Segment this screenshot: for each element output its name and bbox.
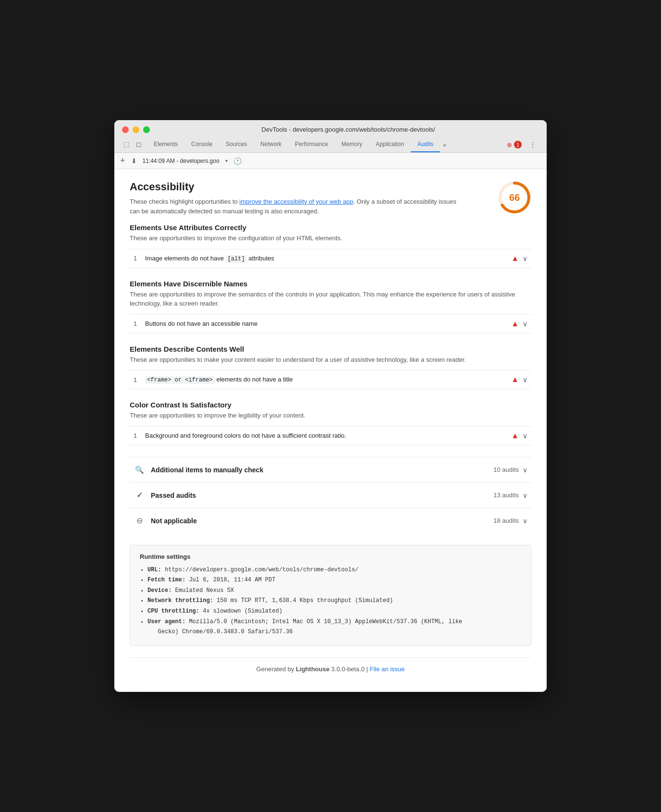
runtime-url: URL: https://developers.google.com/web/t… [147,565,521,576]
search-icon: 🔍 [134,464,145,476]
secondary-toolbar: + ⬇ 11:44:09 AM - developers.goo ▾ 🕐 [114,153,547,169]
runtime-device: Device: Emulated Nexus 5X [147,586,521,596]
section-elements-attributes: Elements Use Attributes Correctly These … [130,223,531,268]
footer: Generated by Lighthouse 3.0.0-beta.0 | F… [130,657,531,680]
desc-pre: These checks highlight opportunities to [130,198,239,205]
close-button[interactable] [122,126,129,133]
devtools-tabs: ⬚ ◻ Elements Console Sources Network Per… [122,137,539,152]
tab-sources[interactable]: Sources [219,137,254,152]
chevron-down-icon-button: ∨ [523,320,527,328]
runtime-user-agent: User agent: Mozilla/5.0 (Macintosh; Inte… [147,617,521,638]
audit-item-alt[interactable]: 1 Image elements do not have [alt] attri… [130,249,531,268]
more-options-button[interactable]: ⋮ [526,137,539,152]
collapsible-additional[interactable]: 🔍 Additional items to manually check 10 … [130,457,531,482]
audit-item-iframe[interactable]: 1 <frame> or <iframe> elements do not ha… [130,370,531,389]
dropdown-arrow[interactable]: ▾ [225,158,228,163]
code-alt: [alt] [226,255,247,263]
collapsible-not-applicable[interactable]: ⊖ Not applicable 18 audits ∨ [130,508,531,533]
section-discernible-names: Elements Have Discernible Names These ar… [130,280,531,333]
tab-memory[interactable]: Memory [335,137,369,152]
section-title-names: Elements Have Discernible Names [130,280,531,288]
tab-console[interactable]: Console [184,137,219,152]
audit-num-contrast: 1 [134,432,145,439]
main-content: Accessibility These checks highlight opp… [114,169,547,692]
audit-text-iframe: <frame> or <iframe> elements do not have… [145,376,511,383]
section-color-contrast: Color Contrast Is Satisfactory These are… [130,401,531,445]
audit-text-button: Buttons do not have an accessible name [145,320,511,327]
add-icon[interactable]: + [120,156,125,166]
section-describe-contents: Elements Describe Contents Well These ar… [130,345,531,390]
tab-performance[interactable]: Performance [288,137,335,152]
audit-text-alt: Image elements do not have [alt] attribu… [145,255,511,262]
warning-icon-button: ▲ [511,320,519,328]
minimize-button[interactable] [133,126,139,133]
code-iframe: <frame> or <iframe> [145,376,215,384]
section-desc-names: These are opportunities to improve the s… [130,290,531,308]
chevron-down-icon-contrast: ∨ [523,432,527,440]
footer-version: 3.0.0-beta.0 [330,665,365,673]
audit-num-iframe: 1 [134,376,145,383]
chevron-down-not-applicable: ∨ [523,517,527,525]
accessibility-info: Accessibility These checks highlight opp… [130,181,456,216]
maximize-button[interactable] [143,126,150,133]
minus-circle-icon: ⊖ [134,515,145,527]
chevron-down-icon: ∨ [523,255,527,262]
tab-elements[interactable]: Elements [147,137,184,152]
runtime-cpu: CPU throttling: 4x slowdown (Simulated) [147,606,521,617]
chevron-down-additional: ∨ [523,466,527,474]
title-bar: DevTools - developers.google.com/web/too… [114,120,547,153]
section-desc-attributes: These are opportunities to improve the c… [130,234,531,243]
accessibility-header: Accessibility These checks highlight opp… [130,181,531,216]
score-number: 66 [509,192,520,203]
checkmark-icon: ✓ [134,490,145,501]
section-title-attributes: Elements Use Attributes Correctly [130,223,531,232]
passed-label: Passed audits [151,492,493,499]
audit-item-button[interactable]: 1 Buttons do not have an accessible name… [130,314,531,333]
footer-separator: | [365,665,370,673]
accessibility-title: Accessibility [130,181,456,193]
window-title: DevTools - developers.google.com/web/too… [158,126,539,133]
runtime-settings: Runtime settings URL: https://developers… [130,545,531,646]
download-icon[interactable]: ⬇ [131,157,137,165]
runtime-fetch-time: Fetch time: Jul 6, 2018, 11:44 AM PDT [147,575,521,586]
clock-icon[interactable]: 🕐 [233,157,242,165]
section-desc-describe: These are opportunities to make your con… [130,355,531,365]
runtime-list: URL: https://developers.google.com/web/t… [140,565,521,638]
section-title-contrast: Color Contrast Is Satisfactory [130,401,531,409]
audit-text-contrast: Background and foreground colors do not … [145,432,511,439]
more-tabs-button[interactable]: » [440,138,449,152]
mobile-icon[interactable]: ◻ [135,140,143,148]
runtime-network: Network throttling: 150 ms TCP RTT, 1,63… [147,596,521,606]
tab-application[interactable]: Application [369,137,411,152]
file-issue-link[interactable]: File an issue [370,665,405,673]
tab-network[interactable]: Network [254,137,288,152]
not-applicable-label: Not applicable [151,517,493,525]
passed-count: 13 audits [493,492,519,499]
error-indicator: ⊗ 1 [503,139,526,150]
section-desc-contrast: These are opportunities to improve the l… [130,411,531,420]
chevron-down-passed: ∨ [523,492,527,499]
cursor-icon[interactable]: ⬚ [122,140,131,148]
chevron-down-icon-iframe: ∨ [523,376,527,383]
section-title-describe: Elements Describe Contents Well [130,345,531,353]
error-count: 1 [514,141,522,148]
window-controls [122,126,150,133]
audit-num-button: 1 [134,320,145,327]
score-circle: 66 [498,181,531,214]
collapsible-passed[interactable]: ✓ Passed audits 13 audits ∨ [130,482,531,508]
accessibility-description: These checks highlight opportunities to … [130,197,456,216]
accessibility-link[interactable]: improve the accessibility of your web ap… [239,198,353,205]
tab-audits[interactable]: Audits [411,137,440,152]
runtime-title: Runtime settings [140,553,521,560]
browser-window: DevTools - developers.google.com/web/too… [114,120,547,692]
audit-item-contrast[interactable]: 1 Background and foreground colors do no… [130,426,531,445]
not-applicable-count: 18 audits [493,517,519,524]
warning-icon: ▲ [511,254,519,263]
toolbar-icons: ⬚ ◻ [122,140,143,152]
timestamp: 11:44:09 AM - developers.goo [143,158,220,164]
warning-icon-contrast: ▲ [511,431,519,440]
footer-pre: Generated by [256,665,295,673]
audit-num: 1 [134,255,145,262]
lighthouse-brand: Lighthouse [296,665,330,673]
additional-label: Additional items to manually check [151,466,493,474]
